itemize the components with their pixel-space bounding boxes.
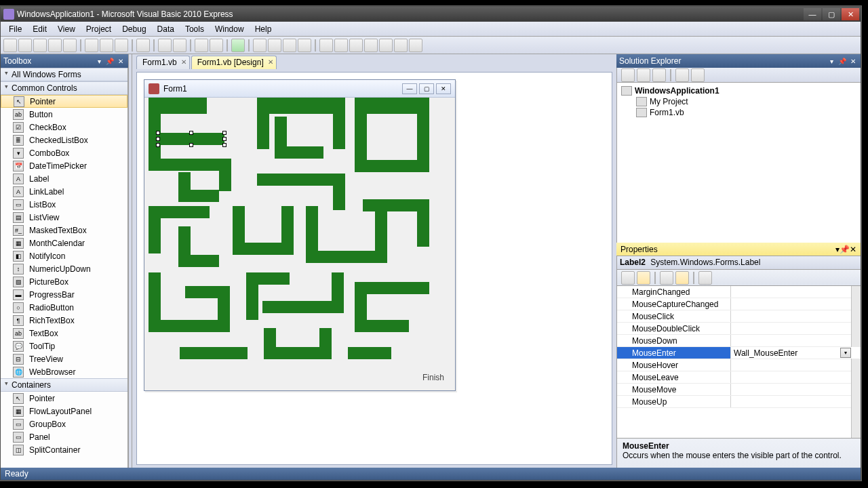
solution-tree[interactable]: WindowsApplication1 My ProjectForm1.vb: [617, 83, 861, 121]
maze-wall[interactable]: [180, 347, 248, 359]
menu-window[interactable]: Window: [210, 23, 250, 35]
toolbox-item-progressbar[interactable]: ▬ProgressBar: [1, 288, 127, 301]
maze-wall[interactable]: [375, 206, 387, 263]
new-project-button[interactable]: [3, 39, 17, 52]
resize-handle[interactable]: [189, 131, 193, 135]
document-tab[interactable]: Form1.vb [Design]✕: [191, 56, 277, 69]
close-icon[interactable]: ✕: [116, 56, 125, 66]
form-maximize-button[interactable]: ▢: [419, 83, 434, 94]
property-value[interactable]: [731, 371, 861, 383]
tab-close-icon[interactable]: ✕: [268, 58, 273, 66]
toolbox-item-groupbox[interactable]: ▭GroupBox: [1, 418, 127, 430]
resize-handle[interactable]: [189, 143, 193, 147]
toolbox-item-checkedlistbox[interactable]: ≣CheckedListBox: [1, 134, 127, 146]
property-value[interactable]: [731, 384, 861, 395]
resize-handle[interactable]: [222, 137, 226, 141]
close-button[interactable]: ✕: [842, 8, 859, 20]
form-close-button[interactable]: ✕: [436, 83, 451, 94]
maze-wall[interactable]: [219, 159, 231, 191]
toolbox-item-panel[interactable]: ▭Panel: [1, 430, 127, 443]
open-file-button[interactable]: [18, 39, 32, 52]
tree-item[interactable]: My Project: [635, 96, 858, 107]
save-all-button[interactable]: [63, 39, 77, 52]
toolbox-item-linklabel[interactable]: ALinkLabel: [1, 185, 127, 198]
property-row[interactable]: MouseDown: [617, 335, 861, 347]
maze-wall[interactable]: [149, 98, 207, 114]
minimize-button[interactable]: —: [804, 8, 821, 20]
resize-handle[interactable]: [156, 137, 160, 141]
property-row[interactable]: MouseMove: [617, 384, 861, 396]
property-value[interactable]: Wall_MouseEnter▾: [731, 347, 861, 359]
maze-wall[interactable]: [417, 199, 429, 247]
property-value[interactable]: [731, 359, 861, 371]
maze-wall[interactable]: [333, 174, 345, 210]
maze-wall[interactable]: [246, 272, 290, 285]
maze-wall[interactable]: [332, 272, 344, 313]
property-row[interactable]: MouseEnterWall_MouseEnter▾: [617, 347, 861, 359]
property-row[interactable]: MouseHover: [617, 359, 861, 371]
paste-button[interactable]: [115, 39, 128, 52]
property-row[interactable]: MouseClick: [617, 310, 861, 323]
properties-selector[interactable]: Label2 System.Windows.Forms.Label: [617, 256, 861, 270]
toolbox-item-tooltip[interactable]: 💬ToolTip: [1, 340, 127, 352]
toolbox-item-notifyicon[interactable]: ◧NotifyIcon: [1, 249, 127, 262]
pin-icon[interactable]: 📌: [840, 245, 850, 254]
toolbox-item-listview[interactable]: ▤ListView: [1, 211, 127, 224]
toolbox-item-radiobutton[interactable]: ○RadioButton: [1, 301, 127, 314]
maze-wall[interactable]: [149, 206, 210, 218]
properties-button[interactable]: [621, 68, 635, 82]
redo-button[interactable]: [210, 39, 223, 52]
pin-icon[interactable]: 📌: [105, 56, 115, 66]
form-window[interactable]: Form1 — ▢ ✕ Finish: [144, 79, 456, 391]
property-row[interactable]: MouseUp: [617, 396, 861, 408]
toolbox-group[interactable]: Common Controls: [1, 81, 127, 95]
toolbox-item-richtextbox[interactable]: ¶RichTextBox: [1, 314, 127, 327]
solution-explorer-button[interactable]: [334, 39, 348, 52]
maze-wall[interactable]: [355, 160, 429, 172]
properties-button[interactable]: [349, 39, 363, 52]
project-node[interactable]: WindowsApplication1: [620, 85, 858, 96]
maze-wall[interactable]: [257, 174, 345, 186]
view-code-button[interactable]: [675, 68, 689, 82]
properties-tab-button[interactable]: [660, 271, 673, 285]
toolbox-item-checkbox[interactable]: ☑CheckBox: [1, 121, 127, 134]
property-value[interactable]: [731, 286, 861, 298]
menu-file[interactable]: File: [3, 23, 27, 35]
maximize-button[interactable]: ▢: [823, 8, 840, 20]
finish-label[interactable]: Finish: [422, 373, 444, 382]
dropdown-icon[interactable]: ▾: [840, 348, 851, 358]
property-row[interactable]: MouseDoubleClick: [617, 323, 861, 335]
maze-wall[interactable]: [185, 286, 230, 298]
add-item-button[interactable]: [33, 39, 47, 52]
maze-wall[interactable]: [348, 347, 391, 359]
toolbox-item-textbox[interactable]: abTextBox: [1, 327, 127, 340]
pin-icon[interactable]: 📌: [837, 56, 847, 66]
alphabetical-button[interactable]: [637, 271, 650, 285]
menu-project[interactable]: Project: [81, 23, 117, 35]
start-debug-button[interactable]: [231, 39, 245, 52]
menu-debug[interactable]: Debug: [117, 23, 151, 35]
cut-button[interactable]: [85, 39, 98, 52]
toolbox-item-splitcontainer[interactable]: ◫SplitContainer: [1, 443, 127, 456]
toolbox-item-numericupdown[interactable]: ↕NumericUpDown: [1, 262, 127, 275]
show-all-files-button[interactable]: [637, 68, 650, 82]
toolbox-group[interactable]: Containers: [1, 378, 127, 392]
maze-wall[interactable]: [178, 190, 219, 202]
resize-handle[interactable]: [156, 131, 160, 135]
toolbox-item-picturebox[interactable]: ▧PictureBox: [1, 275, 127, 288]
toolbox-item-webbrowser[interactable]: 🌐WebBrowser: [1, 365, 127, 378]
property-value[interactable]: [731, 335, 861, 346]
dropdown-icon[interactable]: ▾: [94, 56, 104, 66]
maze-wall[interactable]: [333, 98, 345, 149]
immediate-button[interactable]: [394, 39, 408, 52]
step-out-button[interactable]: [283, 39, 296, 52]
toolbox-group[interactable]: All Windows Forms: [1, 68, 127, 81]
menu-help[interactable]: Help: [250, 23, 277, 35]
breakpoints-button[interactable]: [298, 39, 311, 52]
maze-wall[interactable]: [257, 98, 269, 149]
toolbox-item-maskedtextbox[interactable]: #_MaskedTextBox: [1, 224, 127, 237]
step-into-button[interactable]: [253, 39, 267, 52]
form-designer[interactable]: Form1 — ▢ ✕ Finish: [136, 72, 612, 465]
refresh-button[interactable]: [652, 68, 666, 82]
save-button[interactable]: [48, 39, 62, 52]
